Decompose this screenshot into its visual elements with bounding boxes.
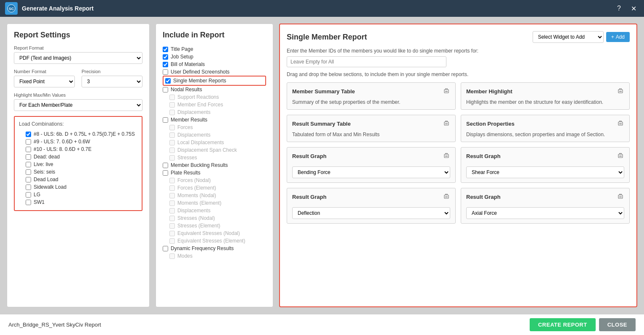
- include-item-checkbox: [169, 95, 175, 100]
- include-item: Nodal Results: [163, 86, 266, 93]
- widget-to-add-select[interactable]: Select Widget to Add Member Summary Tabl…: [533, 31, 604, 43]
- result-graph-select[interactable]: Bending ForceShear ForceDeflectionAxial …: [466, 207, 624, 219]
- load-item-checkbox[interactable]: [26, 154, 31, 160]
- drag-drop-label: Drag and drop the below sections, to inc…: [287, 71, 630, 77]
- load-item-label: Seis: seis: [34, 169, 55, 175]
- single-member-title: Single Member Report: [287, 33, 367, 42]
- load-item-label: Dead: dead: [34, 154, 60, 160]
- widget-card-header: Member Highlight: [466, 87, 624, 96]
- widget-card-title: Section Properties: [466, 121, 515, 127]
- load-item-checkbox[interactable]: [26, 200, 31, 205]
- include-item: Moments (Element): [163, 199, 266, 207]
- include-item: Member Buckling Results: [163, 161, 266, 169]
- include-item-checkbox[interactable]: [163, 62, 168, 67]
- load-item-label: LG: [34, 192, 40, 198]
- load-item-checkbox[interactable]: [26, 139, 31, 145]
- include-item-checkbox[interactable]: [165, 78, 171, 84]
- include-item-checkbox[interactable]: [163, 246, 168, 251]
- footer-buttons: CREATE REPORT CLOSE: [530, 318, 636, 331]
- widget-card: Section PropertiesDisplays dimensions, s…: [461, 115, 630, 142]
- include-item: Single Member Reports: [163, 76, 266, 86]
- load-item: Dead Load: [19, 176, 137, 183]
- include-item-label: Bill of Materials: [171, 61, 205, 67]
- delete-widget-button[interactable]: [443, 152, 450, 161]
- include-item-checkbox[interactable]: [163, 54, 168, 60]
- load-combinations-label: Load Combinations:: [19, 121, 137, 127]
- include-item: Equivalent Stresses (Element): [163, 237, 266, 245]
- delete-widget-button[interactable]: [617, 152, 624, 161]
- create-report-button[interactable]: CREATE REPORT: [530, 318, 596, 331]
- widget-card-header: Result Graph: [292, 193, 450, 201]
- delete-widget-button[interactable]: [443, 193, 450, 201]
- delete-widget-button[interactable]: [617, 87, 624, 96]
- load-item-checkbox[interactable]: [26, 169, 31, 175]
- report-settings-panel: Report Settings Report Format PDF (Text …: [7, 24, 150, 307]
- include-item-label: Nodal Results: [171, 87, 202, 92]
- load-item-checkbox[interactable]: [26, 132, 31, 137]
- widget-card-title: Member Summary Table: [292, 88, 355, 95]
- include-item-checkbox: [169, 231, 175, 236]
- include-item-label: Moments (Element): [177, 200, 222, 206]
- report-format-label: Report Format: [14, 45, 143, 50]
- include-item-label: Member End Forces: [177, 102, 223, 108]
- main-content: Report Settings Report Format PDF (Text …: [0, 17, 644, 314]
- close-button[interactable]: CLOSE: [599, 318, 636, 331]
- include-item-checkbox[interactable]: [163, 47, 168, 52]
- include-item: Moments (Nodal): [163, 192, 266, 199]
- include-item-checkbox: [169, 125, 175, 130]
- close-window-button[interactable]: ✕: [628, 4, 639, 13]
- number-format-group: Number Format Fixed Point Scientific: [14, 69, 75, 87]
- include-item-label: Member Results: [171, 117, 207, 123]
- include-item: Support Reactions: [163, 93, 266, 101]
- include-item-checkbox[interactable]: [163, 87, 168, 92]
- include-item: Displacements: [163, 207, 266, 214]
- load-item-checkbox[interactable]: [26, 185, 31, 190]
- include-item-checkbox[interactable]: [163, 117, 168, 123]
- single-member-report-panel: Single Member Report Select Widget to Ad…: [279, 24, 637, 307]
- widget-card-title: Result Graph: [292, 194, 327, 200]
- include-item: Displacements: [163, 131, 266, 139]
- load-item: SW1: [19, 198, 137, 206]
- add-icon: +: [611, 34, 614, 40]
- titlebar-left: SC Generate Analysis Report: [5, 2, 94, 15]
- load-item-checkbox[interactable]: [26, 147, 31, 152]
- include-item-label: Plate Results: [171, 170, 201, 176]
- precision-select[interactable]: 3 2 4: [82, 76, 143, 87]
- delete-widget-button[interactable]: [617, 193, 624, 201]
- include-item: Forces: [163, 124, 266, 131]
- include-item-label: Forces (Element): [177, 185, 216, 191]
- include-item-label: Dynamic Frequency Results: [171, 245, 234, 251]
- member-ids-input[interactable]: [287, 56, 446, 67]
- report-format-select[interactable]: PDF (Text and Images) Word Document HTML: [14, 52, 143, 64]
- load-item: #9 - ULS: 7. 0.6D + 0.6W: [19, 138, 137, 145]
- include-item: Displacement Span Check: [163, 146, 266, 154]
- titlebar: SC Generate Analysis Report ? ✕: [0, 0, 644, 17]
- include-item: Local Displacements: [163, 139, 266, 146]
- load-item-checkbox[interactable]: [26, 177, 31, 182]
- number-format-select[interactable]: Fixed Point Scientific: [14, 76, 75, 87]
- result-graph-select[interactable]: Bending ForceShear ForceDeflectionAxial …: [292, 166, 450, 178]
- result-graph-select[interactable]: Bending ForceShear ForceDeflectionAxial …: [466, 166, 624, 178]
- result-graph-select[interactable]: Bending ForceShear ForceDeflectionAxial …: [292, 207, 450, 219]
- include-item-label: Displacements: [177, 208, 211, 214]
- include-item-label: Equivalent Stresses (Element): [177, 238, 245, 244]
- load-item-checkbox[interactable]: [26, 162, 31, 167]
- delete-widget-button[interactable]: [443, 119, 450, 128]
- include-item-checkbox[interactable]: [163, 163, 168, 168]
- include-item-checkbox[interactable]: [163, 69, 168, 75]
- highlight-select[interactable]: For Each Member/Plate Global: [14, 99, 143, 111]
- number-format-label: Number Format: [14, 69, 75, 74]
- delete-widget-button[interactable]: [617, 119, 624, 128]
- help-button[interactable]: ?: [615, 4, 623, 13]
- add-widget-button[interactable]: + Add: [606, 32, 630, 42]
- include-item: Dynamic Frequency Results: [163, 245, 266, 252]
- widget-grid: Member Summary TableSummary of the setup…: [287, 82, 630, 224]
- include-item-label: Forces (Nodal): [177, 177, 211, 183]
- include-item-checkbox[interactable]: [163, 170, 168, 176]
- include-item: User Defined Screenshots: [163, 68, 266, 76]
- load-item-checkbox[interactable]: [26, 192, 31, 198]
- delete-widget-button[interactable]: [443, 87, 450, 96]
- include-item-label: Modes: [177, 253, 193, 259]
- member-ids-label: Enter the Member IDs of the members you …: [287, 48, 630, 54]
- include-item: Title Page: [163, 45, 266, 53]
